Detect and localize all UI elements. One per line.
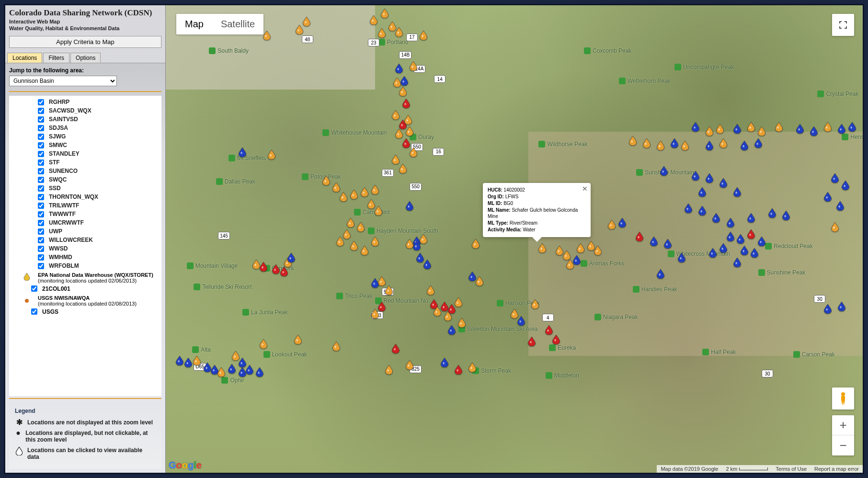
map-marker-red[interactable] xyxy=(392,344,400,353)
org-list-scroll[interactable]: RGHRPSACWSD_WQXSAINTVSDSDJSASJWGSMWCSTAN… xyxy=(9,96,161,396)
tab-filters[interactable]: Filters xyxy=(43,53,69,63)
map-marker-blue[interactable] xyxy=(239,358,246,367)
org-checkbox[interactable] xyxy=(38,246,44,252)
map-marker-blue[interactable] xyxy=(650,237,658,246)
map-marker-blue[interactable] xyxy=(239,148,246,157)
map-marker-blue[interactable] xyxy=(573,255,581,265)
org-checkbox[interactable] xyxy=(31,308,37,315)
org-item[interactable]: SAINTVSD xyxy=(9,115,161,124)
map-marker-orange[interactable] xyxy=(322,176,330,185)
map-marker-orange[interactable] xyxy=(217,367,225,377)
map-marker-blue[interactable] xyxy=(782,211,790,220)
map-marker-red[interactable] xyxy=(552,335,560,344)
map-marker-red[interactable] xyxy=(636,232,643,241)
map-marker-orange[interactable] xyxy=(681,141,689,150)
map-marker-orange[interactable] xyxy=(406,126,413,136)
map-marker-orange[interactable] xyxy=(831,222,839,232)
map-marker-orange[interactable] xyxy=(375,206,382,216)
map-marker-blue[interactable] xyxy=(692,122,699,132)
map-marker-blue[interactable] xyxy=(657,269,664,279)
jump-area-select[interactable]: Gunnison Basin xyxy=(9,76,117,86)
map-marker-orange[interactable] xyxy=(296,25,303,34)
map-marker-blue[interactable] xyxy=(796,124,804,134)
map-canvas[interactable]: South BaldyPortlandCoxcomb PeakUncompahg… xyxy=(166,5,863,473)
map-marker-blue[interactable] xyxy=(678,253,685,262)
map-marker-blue[interactable] xyxy=(448,325,456,335)
org-item[interactable]: SACWSD_WQX xyxy=(9,106,161,115)
fullscreen-button[interactable] xyxy=(832,14,854,36)
map-marker-orange[interactable] xyxy=(468,363,476,372)
org-checkbox[interactable] xyxy=(38,108,44,114)
map-marker-blue[interactable] xyxy=(618,218,626,228)
map-marker-red[interactable] xyxy=(402,99,410,108)
map-marker-blue[interactable] xyxy=(733,187,741,197)
map-marker-orange[interactable] xyxy=(395,27,403,37)
map-marker-orange[interactable] xyxy=(357,222,365,232)
org-checkbox[interactable] xyxy=(38,211,44,217)
map-marker-blue[interactable] xyxy=(810,126,818,136)
map-marker-orange[interactable] xyxy=(458,318,466,328)
map-marker-orange[interactable] xyxy=(566,260,574,269)
map-marker-orange[interactable] xyxy=(472,239,480,249)
map-marker-orange[interactable] xyxy=(332,341,340,351)
map-marker-blue[interactable] xyxy=(758,237,765,246)
map-marker-red[interactable] xyxy=(280,267,288,276)
map-marker-blue[interactable] xyxy=(842,181,849,190)
org-checkbox[interactable] xyxy=(38,177,44,183)
org-checkbox[interactable] xyxy=(38,254,44,261)
map-marker-blue[interactable] xyxy=(698,206,706,216)
org-item[interactable]: SUNENCO xyxy=(9,167,161,175)
map-marker-blue[interactable] xyxy=(176,356,183,365)
map-marker-blue[interactable] xyxy=(733,258,741,267)
map-marker-orange[interactable] xyxy=(378,276,386,286)
info-window-close[interactable]: ✕ xyxy=(582,185,588,193)
map-marker-orange[interactable] xyxy=(385,365,393,375)
map-marker-blue[interactable] xyxy=(848,122,856,132)
map-marker-orange[interactable] xyxy=(824,122,832,132)
org-checkbox[interactable] xyxy=(38,159,44,166)
org-checkbox[interactable] xyxy=(38,116,44,123)
tab-locations[interactable]: Locations xyxy=(7,53,42,63)
map-marker-blue[interactable] xyxy=(400,76,408,86)
map-marker-red[interactable] xyxy=(528,337,536,346)
map-marker-orange[interactable] xyxy=(371,185,379,194)
map-marker-orange[interactable] xyxy=(371,237,379,246)
map-marker-blue[interactable] xyxy=(706,173,713,183)
org-item[interactable]: TRILWWTF xyxy=(9,201,161,210)
org-checkbox[interactable] xyxy=(38,125,44,131)
org-checkbox[interactable] xyxy=(38,263,44,269)
map-marker-orange[interactable] xyxy=(706,126,713,136)
map-marker-blue[interactable] xyxy=(685,204,692,213)
map-marker-red[interactable] xyxy=(402,138,410,148)
map-marker-blue[interactable] xyxy=(441,358,448,367)
map-marker-orange[interactable] xyxy=(350,190,358,199)
map-marker-blue[interactable] xyxy=(709,248,717,258)
map-marker-blue[interactable] xyxy=(406,201,413,211)
map-marker-orange[interactable] xyxy=(361,187,368,197)
map-marker-orange[interactable] xyxy=(716,124,724,134)
org-item-21col001[interactable]: 21COL001 xyxy=(9,285,161,293)
map-marker-orange[interactable] xyxy=(476,276,483,286)
map-marker-orange[interactable] xyxy=(381,9,388,18)
map-marker-orange[interactable] xyxy=(378,28,386,38)
org-checkbox[interactable] xyxy=(38,185,44,192)
map-marker-orange[interactable] xyxy=(347,218,354,228)
map-marker-orange[interactable] xyxy=(399,164,407,173)
map-marker-orange[interactable] xyxy=(406,360,413,370)
org-checkbox[interactable] xyxy=(38,237,44,243)
map-marker-blue[interactable] xyxy=(741,246,748,255)
map-marker-orange[interactable] xyxy=(563,250,571,260)
map-marker-blue[interactable] xyxy=(754,138,762,148)
org-checkbox[interactable] xyxy=(38,194,44,200)
map-marker-orange[interactable] xyxy=(720,138,727,148)
map-marker-orange[interactable] xyxy=(420,234,427,244)
map-marker-red[interactable] xyxy=(455,365,462,375)
map-marker-blue[interactable] xyxy=(660,166,668,176)
map-marker-orange[interactable] xyxy=(370,15,377,25)
map-marker-orange[interactable] xyxy=(577,243,584,253)
org-checkbox[interactable] xyxy=(38,228,44,235)
org-checkbox[interactable] xyxy=(38,220,44,226)
org-item[interactable]: WILLOWCREEK xyxy=(9,236,161,244)
map-marker-orange[interactable] xyxy=(232,351,240,361)
zoom-out-button[interactable]: − xyxy=(832,435,854,455)
